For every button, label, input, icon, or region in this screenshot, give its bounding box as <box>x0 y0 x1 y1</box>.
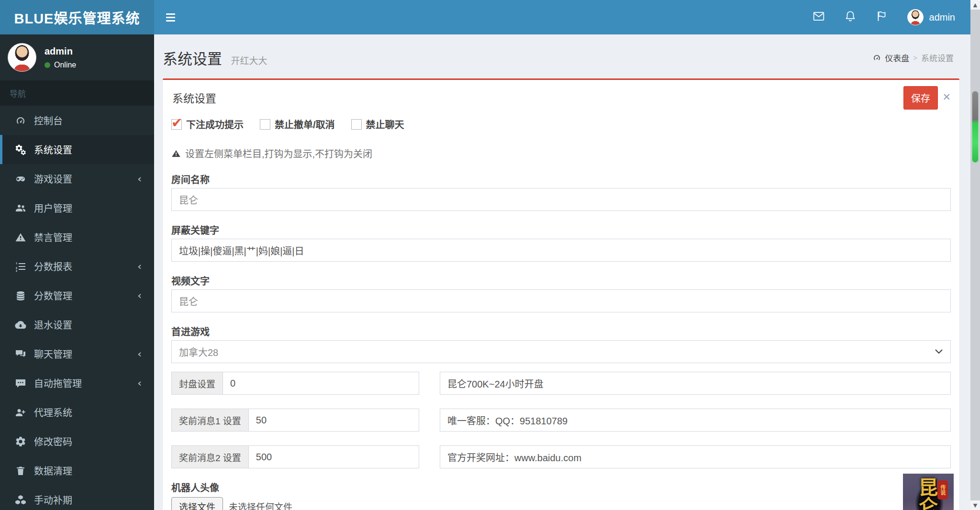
chevron-left-icon: ‹ <box>137 348 142 360</box>
sidebar-item-agent-system[interactable]: 代理系统 <box>0 398 154 427</box>
first-game-label: 首进游戏 <box>171 327 951 337</box>
top-navbar: BLUE娱乐管理系统 admin <box>0 0 980 34</box>
user-menu-button[interactable]: admin <box>907 9 955 25</box>
user-avatar <box>907 9 924 25</box>
preview-title-text: 昆仑 <box>917 477 936 510</box>
official-site-input[interactable] <box>440 445 951 468</box>
close-plate-group: 封盘设置 <box>171 372 419 395</box>
notifications-button[interactable] <box>844 11 857 23</box>
sidebar-toggle-button[interactable] <box>159 0 182 34</box>
gauge-icon <box>14 114 27 127</box>
blocked-keywords-label: 屏蔽关键字 <box>171 225 951 236</box>
box-body: ✔ 下注成功提示 禁止撤单/取消 禁止聊天 设置左侧菜单栏目,打钩为显示,不打钩… <box>163 111 959 510</box>
chevron-left-icon: ‹ <box>137 260 142 272</box>
cubes-icon <box>14 494 27 506</box>
sidebar-item-rebate-settings[interactable]: 退水设置 <box>0 310 154 339</box>
first-game-select[interactable]: 加拿大28 <box>171 340 951 363</box>
page-title: 系统设置 <box>163 51 222 67</box>
checkbox-checked-icon[interactable]: ✔ <box>171 119 182 130</box>
file-status-text: 未选择任何文件 <box>229 500 292 510</box>
checkbox-unchecked-icon[interactable] <box>260 119 270 130</box>
warning-icon <box>171 149 181 158</box>
checkbox-row: ✔ 下注成功提示 禁止撤单/取消 禁止聊天 <box>171 117 951 131</box>
sidebar-item-auto-bot-management[interactable]: 自动拖管理 ‹ <box>0 368 154 398</box>
bell-icon <box>844 10 857 24</box>
navbar-username: admin <box>929 12 955 23</box>
comment-dots-icon <box>14 377 27 389</box>
sidebar-item-score-management[interactable]: 分数管理 ‹ <box>0 281 154 310</box>
sidebar-item-system-settings[interactable]: 系统设置 <box>0 135 154 164</box>
database-icon <box>14 289 27 302</box>
open-plate-text-input[interactable] <box>440 372 951 395</box>
checkbox-forbid-cancel[interactable]: 禁止撤单/取消 <box>260 117 335 131</box>
flag-icon <box>876 10 888 24</box>
video-text-input[interactable] <box>171 289 951 312</box>
page-subtitle: 开红大大 <box>231 56 267 66</box>
close-icon[interactable]: ✕ <box>942 91 951 103</box>
checkbox-bet-success-tip[interactable]: ✔ 下注成功提示 <box>171 117 244 131</box>
sidebar-avatar <box>8 43 36 72</box>
breadcrumb-dashboard-link[interactable]: 仪表盘 <box>872 52 909 64</box>
sidebar-item-chat-management[interactable]: 聊天管理 ‹ <box>0 339 154 368</box>
sidebar-item-game-settings[interactable]: 游戏设置 ‹ <box>0 164 154 193</box>
breadcrumb-current: 系统设置 <box>921 52 954 64</box>
sidebar-item-data-cleanup[interactable]: 数据清理 <box>0 456 154 485</box>
trash-icon <box>14 465 27 477</box>
settings-row: 奖前消息1 设置 <box>171 409 951 432</box>
pre-award-msg1-group: 奖前消息1 设置 <box>171 409 419 432</box>
box-header: 系统设置 保存 ✕ <box>163 80 959 111</box>
sidebar-item-console[interactable]: 控制台 <box>0 106 154 135</box>
sidebar: admin Online 导航 控制台 系统设置 游戏设置 ‹ 用户管理 禁言管 <box>0 34 154 510</box>
tasks-button[interactable] <box>876 11 888 23</box>
sidebar-user-panel: admin Online <box>0 34 154 80</box>
page-scrollbar[interactable]: ▲ ▼ <box>970 0 980 510</box>
scrollbar-thumb[interactable] <box>972 91 979 163</box>
messages-button[interactable] <box>813 11 825 23</box>
users-icon <box>14 202 27 214</box>
settings-row: 奖前消息2 设置 <box>171 445 951 468</box>
sidebar-menu: 控制台 系统设置 游戏设置 ‹ 用户管理 禁言管理 分数报表 ‹ 分数管理 ‹ <box>0 106 154 510</box>
brand-logo[interactable]: BLUE娱乐管理系统 <box>0 0 154 34</box>
preview-seal-text: 传说 <box>937 480 948 499</box>
gears-icon <box>14 144 27 156</box>
scroll-up-button[interactable]: ▲ <box>970 0 980 10</box>
pre-award-msg2-input[interactable] <box>248 445 419 468</box>
sidebar-item-score-report[interactable]: 分数报表 ‹ <box>0 252 154 281</box>
blocked-keywords-input[interactable] <box>171 239 951 262</box>
pre-award-msg1-input[interactable] <box>248 409 419 432</box>
scroll-down-button[interactable]: ▼ <box>970 500 980 510</box>
room-name-label: 房间名称 <box>171 175 951 185</box>
room-name-input[interactable] <box>171 188 951 211</box>
sidebar-item-manual-period[interactable]: 手动补期 <box>0 485 154 510</box>
list-ol-icon <box>14 260 27 273</box>
sidebar-item-mute-management[interactable]: 禁言管理 <box>0 222 154 252</box>
box-title: 系统设置 <box>172 92 216 105</box>
settings-box: 系统设置 保存 ✕ ✔ 下注成功提示 禁止撤单/取消 禁止聊天 <box>163 78 959 510</box>
chevron-left-icon: ‹ <box>137 173 142 185</box>
pre-award-msg1-addon: 奖前消息1 设置 <box>171 409 248 432</box>
warning-icon <box>14 231 27 244</box>
checkbox-forbid-chat[interactable]: 禁止聊天 <box>351 117 404 131</box>
robot-avatar-label: 机器人头像 <box>171 483 951 493</box>
gauge-icon <box>872 53 881 62</box>
gear-icon <box>14 435 27 448</box>
hamburger-icon <box>166 20 175 22</box>
breadcrumb: 仪表盘 > 系统设置 <box>872 52 954 64</box>
sidebar-item-change-password[interactable]: 修改密码 <box>0 427 154 456</box>
save-button[interactable]: 保存 <box>903 86 938 110</box>
content-header: 系统设置 开红大大 仪表盘 > 系统设置 <box>154 34 980 72</box>
sidebar-item-user-management[interactable]: 用户管理 <box>0 193 154 222</box>
close-plate-addon: 封盘设置 <box>171 372 223 395</box>
close-plate-input[interactable] <box>223 372 419 395</box>
gamepad-icon <box>14 173 27 185</box>
checkbox-unchecked-icon[interactable] <box>351 119 362 130</box>
video-text-label: 视频文字 <box>171 276 951 287</box>
first-game-selected-value: 加拿大28 <box>179 345 218 359</box>
chevron-left-icon: ‹ <box>137 289 142 301</box>
choose-file-button[interactable]: 选择文件 <box>171 497 223 510</box>
main-content: 系统设置 开红大大 仪表盘 > 系统设置 系统设置 保存 ✕ ✔ 下注成功提示 <box>154 34 980 510</box>
hamburger-icon <box>166 13 175 15</box>
customer-service-input[interactable] <box>440 409 951 432</box>
online-dot-icon <box>45 62 50 68</box>
chevron-down-icon <box>935 349 943 355</box>
